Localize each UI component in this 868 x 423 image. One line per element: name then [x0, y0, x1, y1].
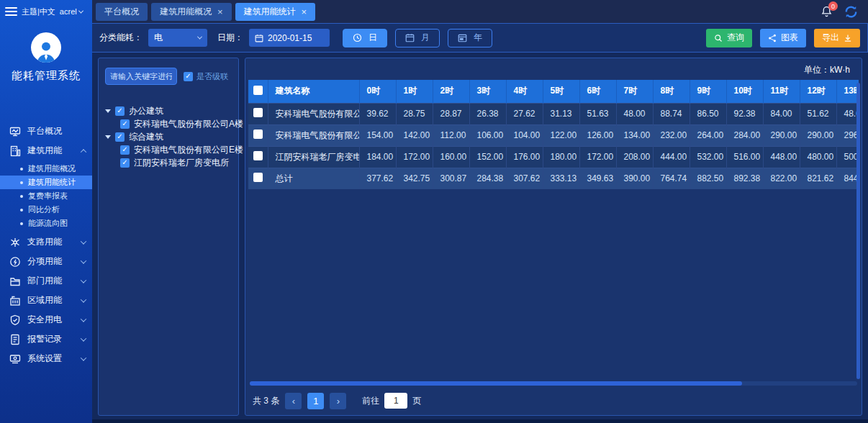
checkbox-checked-icon[interactable]: ✓: [115, 106, 125, 116]
table-scroll-area: 建筑名称 0时 1时 2时 3时 4时 5时 6时 7时 8时 9时: [248, 80, 859, 381]
building-icon: [9, 145, 21, 157]
cell-value: 154.00: [359, 124, 396, 146]
tab-building-energy-stats[interactable]: 建筑用能统计 ×: [235, 3, 316, 21]
tree-item-old-factory-substation[interactable]: ✓ 江阴安科瑞老厂房变电所: [105, 156, 232, 169]
caret-down-icon[interactable]: [105, 135, 111, 139]
prev-page-button[interactable]: ‹: [285, 393, 302, 409]
sidebar-item-circuit-energy[interactable]: 支路用能: [0, 232, 92, 252]
checkbox-checked-icon[interactable]: ✓: [120, 145, 130, 155]
tab-platform-overview[interactable]: 平台概况: [96, 3, 148, 21]
row-checkbox[interactable]: [253, 129, 263, 139]
close-icon[interactable]: ×: [302, 7, 307, 17]
cascade-toggle[interactable]: ✓ 是否级联: [184, 71, 228, 82]
calendar-icon: [405, 33, 415, 42]
row-checkbox[interactable]: [253, 173, 263, 182]
query-button[interactable]: 查询: [706, 29, 752, 47]
tree-search-input[interactable]: [105, 68, 177, 85]
sidebar-item-building-energy-stats[interactable]: 建筑用能统计: [0, 176, 92, 189]
close-icon[interactable]: ×: [217, 7, 223, 17]
goto-page-input[interactable]: [384, 393, 407, 409]
pagination: 共 3 条 ‹ 1 › 前往 页: [248, 391, 859, 415]
export-button[interactable]: 导出: [814, 29, 860, 47]
sidebar-item-tariff-report[interactable]: 复费率报表: [0, 189, 92, 203]
sidebar-item-region-energy[interactable]: 区域用能: [0, 291, 92, 310]
sidebar-item-label: 区域用能: [27, 294, 62, 306]
cell-value: 122.00: [543, 124, 579, 146]
hamburger-menu-icon[interactable]: [5, 7, 17, 16]
building-tree: ✓ 办公建筑 ✓ 安科瑞电气股份有限公司A楼 ✓ 综合建筑 ✓ 安科瑞电气: [105, 104, 232, 169]
sidebar-item-building-energy-overview[interactable]: 建筑用能概况: [0, 162, 92, 176]
checkbox-checked-icon[interactable]: ✓: [184, 72, 193, 81]
table-row: 安科瑞电气股份有限公司E楼 154.00 142.00 112.00 106.0…: [248, 124, 859, 146]
sidebar-item-alarm-records[interactable]: 报警记录: [0, 329, 92, 349]
column-header-hour: 13时: [836, 80, 859, 103]
tree-search-row: ✓ 是否级联: [105, 68, 232, 85]
checkbox-checked-icon[interactable]: ✓: [120, 119, 130, 129]
bottom-edge-strip: [92, 419, 868, 423]
sidebar-item-label: 建筑用能: [27, 145, 62, 157]
notification-bell-icon[interactable]: 0: [820, 5, 833, 18]
month-label: 月: [421, 32, 430, 44]
day-granularity-button[interactable]: 日: [343, 29, 387, 47]
row-checkbox[interactable]: [253, 151, 263, 160]
page-number-button[interactable]: 1: [307, 393, 324, 409]
building-name-cell: 总计: [268, 168, 359, 189]
row-checkbox[interactable]: [253, 108, 263, 117]
cell-value: 480.00: [800, 146, 836, 168]
date-picker[interactable]: 2020-01-15: [249, 29, 330, 47]
document-icon: [9, 334, 21, 345]
year-granularity-button[interactable]: 年: [448, 29, 492, 47]
select-all-checkbox[interactable]: [253, 86, 263, 95]
caret-down-icon[interactable]: [105, 109, 111, 113]
cell-value: 764.74: [653, 168, 690, 189]
cell-value: 28.87: [433, 103, 469, 124]
tree-group-complex-buildings[interactable]: ✓ 综合建筑: [105, 130, 232, 143]
next-page-button[interactable]: ›: [330, 393, 346, 409]
user-menu[interactable]: acrel: [60, 7, 83, 16]
sidebar-item-platform-overview[interactable]: 平台概况: [0, 122, 92, 141]
checkbox-checked-icon[interactable]: ✓: [115, 132, 125, 142]
scrollbar-thumb[interactable]: [250, 381, 742, 386]
cell-value: 377.62: [359, 168, 396, 189]
vertical-scrollbar[interactable]: [856, 83, 860, 379]
bullet-icon: [20, 181, 23, 184]
year-label: 年: [474, 32, 482, 44]
sidebar-item-energy-flow[interactable]: 能源流向图: [0, 217, 92, 230]
sidebar-menu: 平台概况 建筑用能 建筑用能概况 建筑用能统计: [0, 122, 92, 368]
tree-item-building-a[interactable]: ✓ 安科瑞电气股份有限公司A楼: [105, 117, 232, 130]
granularity-group: 日 月 年: [343, 29, 492, 47]
gauge-icon: [9, 256, 21, 268]
column-header-hour: 6时: [579, 80, 616, 103]
sidebar-item-subentry-energy[interactable]: 分项用能: [0, 252, 92, 271]
column-header-hour: 8时: [653, 80, 690, 103]
tree-item-building-e[interactable]: ✓ 安科瑞电气股份有限公司E楼: [105, 143, 232, 156]
month-granularity-button[interactable]: 月: [395, 29, 440, 47]
goto-page-group: 前往 页: [362, 393, 421, 409]
building-energy-submenu: 建筑用能概况 建筑用能统计 复费率报表 同比分析 能源流向图: [0, 160, 92, 232]
unit-label: 单位：kW·h: [248, 58, 859, 80]
sidebar-item-system-settings[interactable]: 系统设置: [0, 349, 92, 368]
sidebar-item-yoy-analysis[interactable]: 同比分析: [0, 203, 92, 217]
sidebar-item-safety-power[interactable]: 安全用电: [0, 310, 92, 329]
topbar: 平台概况 建筑用能概况 × 建筑用能统计 × 0: [92, 0, 868, 23]
sidebar-item-building-energy[interactable]: 建筑用能: [0, 141, 92, 160]
column-header-hour: 1时: [396, 80, 433, 103]
theme-language-switch[interactable]: 主题|中文: [22, 6, 55, 17]
row-checkbox-cell: [248, 124, 268, 146]
tree-group-office-buildings[interactable]: ✓ 办公建筑: [105, 104, 232, 117]
refresh-icon[interactable]: [844, 5, 858, 19]
chevron-down-icon: [81, 238, 86, 244]
sidebar-item-label: 系统设置: [27, 352, 62, 365]
cell-value: 180.00: [543, 146, 579, 168]
cell-value: 284.38: [469, 168, 506, 189]
tab-building-energy-overview[interactable]: 建筑用能概况 ×: [151, 3, 232, 21]
category-label: 分类能耗：: [99, 32, 143, 44]
checkbox-checked-icon[interactable]: ✓: [120, 158, 130, 168]
energy-type-select[interactable]: 电: [148, 29, 207, 47]
sidebar-item-department-energy[interactable]: 部门用能: [0, 271, 92, 291]
column-header-hour: 10时: [726, 80, 763, 103]
chart-button[interactable]: 图表: [760, 29, 806, 47]
horizontal-scrollbar[interactable]: [250, 381, 857, 386]
terminal-icon: [9, 353, 21, 365]
cell-value: 290.00: [800, 124, 836, 146]
